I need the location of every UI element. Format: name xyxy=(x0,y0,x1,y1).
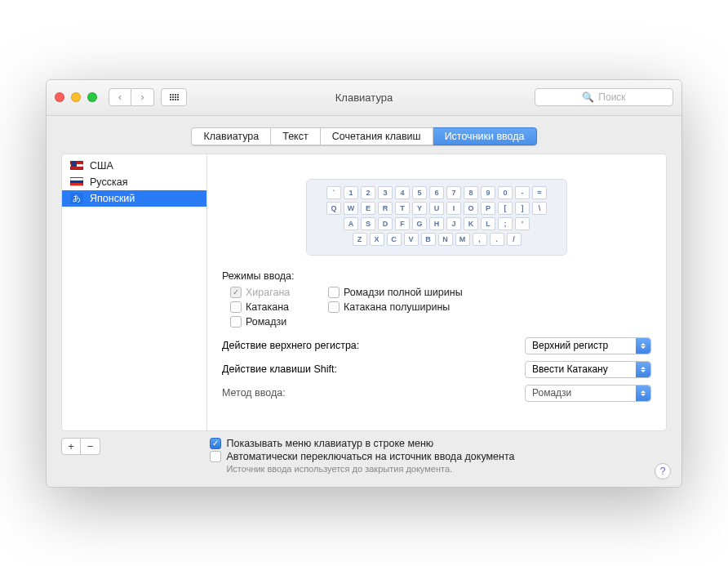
main-panel: СШАРусскаяあЯпонский `1234567890-=QWERTYU… xyxy=(61,154,667,431)
key: Z xyxy=(353,233,367,246)
remove-button[interactable]: − xyxy=(81,438,100,455)
minimize-icon[interactable] xyxy=(71,92,81,102)
shift-action-label: Действие клавиши Shift: xyxy=(222,363,337,375)
auto-switch-checkbox[interactable]: Автоматически переключаться на источник … xyxy=(210,451,514,462)
mode-checkbox[interactable]: Катакана полуширины xyxy=(328,301,651,313)
shift-action-value: Ввести Катакану xyxy=(532,363,608,375)
back-button[interactable]: ‹ xyxy=(109,88,131,106)
input-method-select[interactable]: Ромадзи xyxy=(525,385,651,402)
source-list: СШАРусскаяあЯпонский xyxy=(62,154,207,430)
forward-button[interactable]: › xyxy=(131,88,154,106)
checkbox-off-icon xyxy=(230,316,242,328)
search-placeholder: Поиск xyxy=(598,91,625,103)
key: / xyxy=(507,233,522,246)
mode-checkbox[interactable]: Катакана xyxy=(230,301,328,313)
key: D xyxy=(378,217,393,230)
mode-checkbox[interactable]: Ромадзи xyxy=(230,316,328,328)
caps-action-label: Действие верхнего регистра: xyxy=(222,340,359,351)
key: Y xyxy=(412,202,427,215)
mode-checkbox[interactable]: Ромадзи полной ширины xyxy=(328,287,651,298)
chevron-updown-icon xyxy=(636,338,650,354)
help-button[interactable]: ? xyxy=(655,463,671,479)
show-input-menu-checkbox[interactable]: ✓ Показывать меню клавиатур в строке мен… xyxy=(210,438,514,449)
source-row-us[interactable]: США xyxy=(62,158,206,174)
key: = xyxy=(532,186,547,199)
key: B xyxy=(421,233,436,246)
keyboard-preview: `1234567890-=QWERTYUIOP[]\ASDFGHJKL;'ZXC… xyxy=(306,179,567,256)
source-label: Русская xyxy=(90,176,127,188)
mode-label: Ромадзи полной ширины xyxy=(344,287,463,298)
key: S xyxy=(361,217,375,230)
search-icon: 🔍 xyxy=(582,91,594,103)
key: L xyxy=(481,217,495,230)
nav-back-forward: ‹ › xyxy=(109,88,154,106)
input-modes-label: Режимы ввода: xyxy=(222,270,651,282)
key: ` xyxy=(326,186,341,199)
flag-ru-icon xyxy=(70,177,83,186)
key: 9 xyxy=(481,186,495,199)
source-detail: `1234567890-=QWERTYUIOP[]\ASDFGHJKL;'ZXC… xyxy=(207,154,666,430)
show-all-button[interactable] xyxy=(161,88,187,106)
search-input[interactable]: 🔍 Поиск xyxy=(535,88,673,106)
checkbox-off-icon xyxy=(328,301,340,313)
source-label: Японский xyxy=(90,193,135,204)
tab-2[interactable]: Сочетания клавиш xyxy=(321,127,433,145)
key: W xyxy=(344,202,358,215)
key: , xyxy=(473,233,487,246)
caps-action-value: Верхний регистр xyxy=(532,340,608,351)
key: A xyxy=(344,217,358,230)
key: - xyxy=(515,186,530,199)
source-row-jp[interactable]: あЯпонский xyxy=(62,190,206,207)
key: 6 xyxy=(429,186,444,199)
chevron-updown-icon xyxy=(636,362,650,377)
tab-1[interactable]: Текст xyxy=(271,127,320,145)
mode-label: Хирагана xyxy=(246,287,290,298)
mode-checkbox: ✓Хирагана xyxy=(230,287,328,298)
window-controls xyxy=(55,92,97,102)
show-input-menu-label: Показывать меню клавиатур в строке меню xyxy=(226,438,433,449)
checkbox-off-icon xyxy=(230,301,242,313)
key: [ xyxy=(498,202,513,215)
titlebar: ‹ › Клавиатура 🔍 Поиск xyxy=(47,80,681,116)
key: ] xyxy=(515,202,530,215)
chevron-updown-icon xyxy=(636,386,650,401)
footer: + − ✓ Показывать меню клавиатур в строке… xyxy=(61,438,667,474)
key: T xyxy=(395,202,410,215)
caps-action-select[interactable]: Верхний регистр xyxy=(525,337,651,354)
zoom-icon[interactable] xyxy=(87,92,97,102)
key: C xyxy=(387,233,402,246)
key: 5 xyxy=(412,186,427,199)
key: N xyxy=(438,233,453,246)
close-icon[interactable] xyxy=(55,92,64,102)
key: P xyxy=(481,202,495,215)
key: G xyxy=(412,217,427,230)
checkbox-off-icon xyxy=(328,287,340,298)
tab-0[interactable]: Клавиатура xyxy=(191,127,271,145)
mode-label: Катакана полуширины xyxy=(344,301,450,313)
mode-label: Катакана xyxy=(246,301,289,313)
add-button[interactable]: + xyxy=(61,438,81,455)
key: X xyxy=(370,233,384,246)
checkbox-off-icon xyxy=(210,451,221,462)
grid-icon xyxy=(170,94,179,100)
tab-bar: КлавиатураТекстСочетания клавишИсточники… xyxy=(61,127,667,145)
key: R xyxy=(378,202,393,215)
key: M xyxy=(455,233,470,246)
key: ' xyxy=(515,217,530,230)
auto-switch-hint: Источник ввода используется до закрытия … xyxy=(226,464,514,474)
key: 1 xyxy=(344,186,358,199)
key: F xyxy=(395,217,410,230)
shift-action-select[interactable]: Ввести Катакану xyxy=(525,361,651,378)
key: O xyxy=(464,202,478,215)
key: \ xyxy=(532,202,547,215)
key: U xyxy=(429,202,444,215)
key: 0 xyxy=(498,186,513,199)
auto-switch-label: Автоматически переключаться на источник … xyxy=(226,451,514,462)
checkbox-on-icon: ✓ xyxy=(210,438,221,449)
key: . xyxy=(490,233,504,246)
key: 7 xyxy=(446,186,461,199)
key: E xyxy=(361,202,375,215)
source-row-ru[interactable]: Русская xyxy=(62,174,206,190)
key: H xyxy=(429,217,444,230)
tab-3[interactable]: Источники ввода xyxy=(433,127,537,145)
